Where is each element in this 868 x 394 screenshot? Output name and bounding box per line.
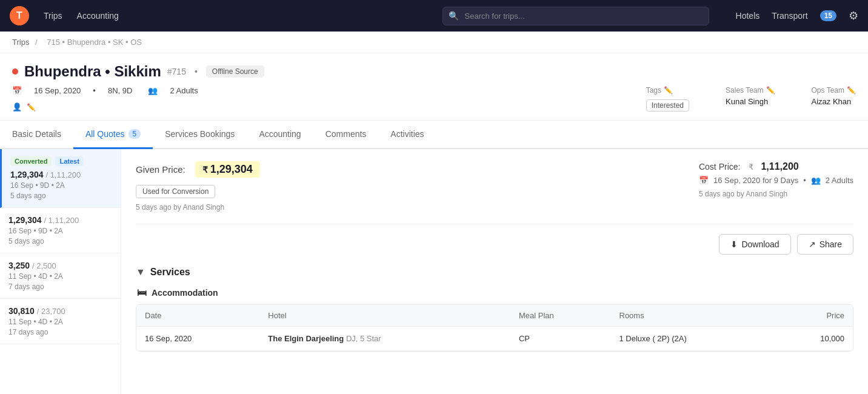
ops-team-edit-icon[interactable]: ✏️ (847, 86, 856, 95)
notification-count: 15 (820, 10, 836, 21)
calendar-icon-cost: 📅 (699, 176, 709, 185)
quote-price: 1,29,304 / 1,11,200 (10, 170, 112, 179)
col-date: Date (136, 305, 259, 327)
adults-icon-cost: 👥 (811, 176, 821, 185)
all-quotes-count: 5 (129, 129, 141, 139)
action-buttons: ⬇ Download ↗ Share (136, 234, 853, 255)
quote-ago: 5 days ago (8, 237, 112, 245)
ops-team-block: Ops Team ✏️ Aizaz Khan (812, 86, 856, 106)
calendar-icon: 📅 (12, 86, 22, 95)
cost-price-section: Cost Price: ₹ 1,11,200 📅 16 Sep, 2020 fo… (699, 161, 853, 198)
breadcrumb-trips[interactable]: Trips (12, 38, 29, 47)
quote-detail: Given Price: ₹ 1,29,304 Used for Convers… (121, 149, 868, 394)
accommodation-section: 🛏 Accommodation Date Hotel Meal Plan Roo… (136, 287, 853, 352)
services-section: ▼ Services 🛏 Accommodation Date H (136, 267, 853, 352)
tags-edit-icon[interactable]: ✏️ (664, 86, 673, 95)
ops-team-label: Ops Team (812, 86, 844, 95)
tab-accounting[interactable]: Accounting (247, 121, 313, 149)
tabs: Basic Details All Quotes 5 Services Book… (0, 121, 868, 149)
tab-activities[interactable]: Activities (378, 121, 436, 149)
cost-updated-by: 5 days ago by Anand Singh (699, 190, 853, 198)
quotes-sidebar: Converted Latest 1,29,304 / 1,11,200 16 … (0, 149, 121, 394)
download-icon: ⬇ (730, 239, 738, 249)
nav-trips[interactable]: Trips (44, 11, 62, 21)
download-button[interactable]: ⬇ Download (719, 234, 790, 255)
tab-basic-details[interactable]: Basic Details (0, 121, 73, 149)
quote-ago: 17 days ago (8, 328, 112, 336)
quote-item[interactable]: 1,29,304 / 1,11,200 16 Sep • 9D • 2A 5 d… (0, 208, 121, 253)
person-edit-icon[interactable]: ✏️ (27, 103, 36, 112)
adults-icon: 👥 (148, 86, 158, 95)
quote-cost: 2,500 (36, 261, 56, 270)
sales-person: Kunal Singh (726, 97, 775, 106)
quote-price: 30,810 / 23,700 (8, 306, 112, 316)
tab-services-bookings[interactable]: Services Bookings (153, 121, 247, 149)
ops-person: Aizaz Khan (812, 97, 856, 106)
quote-price: 3,250 / 2,500 (8, 261, 112, 270)
share-icon: ↗ (809, 239, 816, 249)
given-price-label: Given Price: (136, 164, 185, 175)
logo-icon: T (10, 6, 29, 25)
search-bar: 🔍 (442, 7, 709, 25)
sales-team-label: Sales Team (726, 86, 763, 95)
nav-right-section: Hotels Transport 15 ⚙ (736, 9, 858, 22)
latest-badge: Latest (55, 156, 83, 166)
trip-nights-days: 8N, 9D (108, 86, 132, 95)
accommodation-table: Date Hotel Meal Plan Rooms Price 16 Sep,… (136, 304, 853, 352)
row-rooms: 1 Deluxe ( 2P) (2A) (611, 327, 774, 351)
given-price-value: ₹ 1,29,304 (195, 161, 260, 178)
detail-top: Given Price: ₹ 1,29,304 Used for Convers… (136, 161, 853, 224)
used-conversion-badge: Used for Conversion (136, 185, 215, 198)
nav-transport[interactable]: Transport (772, 11, 807, 21)
table-row: 16 Sep, 2020 The Elgin Darjeeling DJ, 5 … (136, 327, 853, 351)
cost-price-value: 1,11,200 (761, 161, 798, 172)
quote-cost: 1,11,200 (50, 170, 81, 179)
breadcrumb-current: 715 • Bhupendra • SK • OS (47, 38, 142, 47)
cost-meta: 📅 16 Sep, 2020 for 9 Days • 👥 2 Adults (699, 176, 853, 185)
quote-meta: 16 Sep • 9D • 2A (10, 181, 112, 190)
quote-item[interactable]: 30,810 / 23,700 11 Sep • 4D • 2A 17 days… (0, 299, 121, 344)
col-price: Price (773, 305, 853, 327)
bed-icon: 🛏 (137, 287, 147, 298)
rupee-icon: ₹ (202, 165, 208, 175)
notification-btn[interactable]: 15 (820, 10, 836, 21)
quote-item[interactable]: Converted Latest 1,29,304 / 1,11,200 16 … (0, 149, 121, 208)
trip-id: #715 (167, 67, 186, 76)
services-title: Services (150, 267, 190, 278)
col-meal-plan: Meal Plan (510, 305, 611, 327)
row-price: 10,000 (773, 327, 853, 351)
quote-cost: 1,11,200 (48, 216, 79, 225)
nav-accounting[interactable]: Accounting (77, 11, 119, 21)
quote-meta: 11 Sep • 4D • 2A (8, 318, 112, 326)
quote-item[interactable]: 3,250 / 2,500 11 Sep • 4D • 2A 7 days ag… (0, 253, 121, 299)
col-rooms: Rooms (611, 305, 774, 327)
collapse-icon[interactable]: ▼ (136, 267, 145, 278)
tags-label: Tags (646, 86, 661, 95)
quote-meta: 16 Sep • 9D • 2A (8, 227, 112, 235)
gear-icon[interactable]: ⚙ (849, 9, 858, 22)
quote-ago: 5 days ago (10, 192, 112, 200)
breadcrumb: Trips / 715 • Bhupendra • SK • OS (0, 32, 868, 53)
quote-cost: 23,700 (41, 307, 65, 316)
given-price-section: Given Price: ₹ 1,29,304 Used for Convers… (136, 161, 260, 212)
trip-date: 16 Sep, 2020 (34, 86, 81, 95)
row-date: 16 Sep, 2020 (136, 327, 259, 351)
col-hotel: Hotel (259, 305, 510, 327)
sales-team-edit-icon[interactable]: ✏️ (766, 86, 775, 95)
tab-all-quotes[interactable]: All Quotes 5 (73, 121, 153, 149)
trip-header: Bhupendra • Sikkim #715 • Offline Source… (0, 53, 868, 121)
status-dot (12, 68, 18, 75)
body-area: Converted Latest 1,29,304 / 1,11,200 16 … (0, 149, 868, 394)
share-button[interactable]: ↗ Share (797, 234, 853, 255)
top-nav: T Trips Accounting 🔍 Hotels Transport 15… (0, 0, 868, 32)
tab-comments[interactable]: Comments (313, 121, 379, 149)
accommodation-title: Accommodation (152, 288, 218, 298)
tag-badge: Interested (646, 99, 689, 112)
nav-hotels[interactable]: Hotels (736, 11, 760, 21)
trip-adults: 2 Adults (170, 86, 198, 95)
quote-price: 1,29,304 / 1,11,200 (8, 215, 112, 225)
search-input[interactable] (442, 7, 709, 25)
trip-source-badge: Offline Source (206, 65, 264, 78)
converted-badge: Converted (10, 156, 52, 166)
person-icon: 👤 (12, 102, 22, 112)
